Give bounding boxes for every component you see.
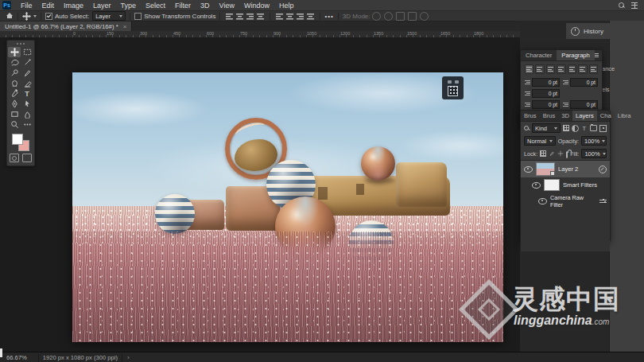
menu-select[interactable]: Select [141, 2, 170, 10]
layers-dock-tab-brus[interactable]: Brus [521, 111, 540, 121]
lock-transparency-icon[interactable] [540, 150, 546, 158]
brush-tool[interactable] [21, 68, 33, 78]
layer-name[interactable]: Layer 2 [558, 165, 578, 173]
marquee-tool[interactable] [21, 47, 33, 57]
collapsed-panel-label-fragment[interactable]: ance [602, 65, 615, 72]
move-tool-icon[interactable] [22, 12, 31, 21]
history-panel-button[interactable]: History [566, 23, 644, 39]
first-line-indent-field[interactable]: 0 pt [532, 89, 560, 98]
filter-blending-options-icon[interactable] [599, 199, 607, 204]
smart-filter-indicator-icon[interactable] [599, 165, 607, 173]
panel-grip[interactable] [16, 43, 25, 45]
eraser-tool[interactable] [21, 78, 33, 88]
tool-preset-caret-icon[interactable] [33, 15, 37, 18]
lock-all-icon[interactable] [566, 151, 568, 158]
layers-dock-tab-cha[interactable]: Cha [597, 111, 615, 121]
lasso-tool[interactable] [8, 57, 21, 68]
menu-3d[interactable]: 3D [196, 2, 215, 10]
blend-mode-dropdown[interactable]: Normal [524, 136, 556, 146]
filter-kind-dropdown[interactable]: Kind [532, 123, 561, 133]
layers-dock-tab-libra[interactable]: Libra [615, 111, 634, 121]
filter-smart-objects-icon[interactable] [599, 125, 607, 132]
auto-select-dropdown[interactable]: Layer [92, 11, 126, 21]
magic-wand-tool[interactable] [21, 57, 33, 68]
align-center-paragraph-button[interactable] [535, 64, 544, 74]
roll-3d-icon[interactable] [384, 12, 393, 21]
layer-row-layer2[interactable]: Layer 2 [521, 161, 610, 177]
zoom-level-field[interactable]: 66.67% [6, 354, 27, 361]
menu-image[interactable]: Image [59, 2, 88, 10]
move-tool[interactable] [8, 47, 21, 57]
quick-mask-button[interactable] [10, 154, 19, 162]
filter-pixel-layers-icon[interactable] [563, 125, 569, 132]
menu-edit[interactable]: Edit [37, 2, 60, 10]
type-tool[interactable]: T [21, 88, 33, 99]
document-tab[interactable]: Untitled-1 @ 66.7% (Layer 2, RGB/16#) * … [0, 21, 132, 31]
visibility-eye-icon[interactable] [532, 182, 541, 189]
tab-paragraph[interactable]: Paragraph [557, 50, 594, 60]
filter-name[interactable]: Camera Raw Filter [550, 194, 596, 208]
slide-3d-icon[interactable] [408, 12, 417, 21]
pen-tool[interactable] [8, 99, 21, 109]
space-before-field[interactable]: 0 pt [532, 100, 560, 109]
show-transform-checkbox[interactable] [134, 13, 142, 20]
distribute-bottom-icon[interactable] [307, 13, 314, 20]
align-right-paragraph-button[interactable] [546, 64, 555, 74]
camera-raw-filter-row[interactable]: Camera Raw Filter [521, 193, 610, 210]
menu-window[interactable]: Window [239, 2, 274, 10]
menu-layer[interactable]: Layer [88, 2, 116, 10]
panel-menu-icon[interactable] [595, 53, 599, 57]
opacity-dropdown[interactable]: 100% [581, 136, 607, 146]
filter-adjustment-layers-icon[interactable] [572, 125, 579, 132]
smart-filters-row[interactable]: Smart Filters [521, 177, 610, 193]
menu-type[interactable]: Type [116, 2, 142, 10]
tab-character[interactable]: Character [521, 50, 557, 60]
justify-last-left-button[interactable] [557, 64, 565, 74]
shape-tool[interactable] [8, 109, 21, 119]
menu-file[interactable]: File [16, 2, 37, 10]
filter-group-layers-icon[interactable] [590, 125, 597, 132]
more-options-icon[interactable]: ••• [324, 13, 333, 20]
indent-left-field[interactable]: 0 pt [532, 78, 560, 87]
path-select-tool[interactable] [21, 99, 33, 109]
lock-pixels-icon[interactable] [549, 150, 555, 158]
distribute-left-icon[interactable] [276, 13, 283, 20]
layers-dock-tab-layers[interactable]: Layers [572, 111, 597, 121]
edit-toolbar-button[interactable] [21, 119, 33, 130]
fill-dropdown[interactable]: 100% [581, 149, 607, 158]
clone-stamp-tool[interactable] [8, 78, 21, 88]
status-options-chevron-icon[interactable]: › [127, 354, 130, 361]
zoom-3d-icon[interactable] [420, 12, 429, 21]
indent-right-field[interactable]: 0 pt [570, 78, 598, 87]
visibility-eye-icon[interactable] [538, 198, 547, 204]
layers-dock-tab-brus[interactable]: Brus [540, 111, 559, 121]
justify-last-right-button[interactable] [578, 64, 587, 74]
space-after-field[interactable]: 0 pt [570, 100, 598, 109]
quick-selection-tool[interactable] [8, 68, 21, 78]
pan-3d-icon[interactable] [396, 12, 405, 21]
foreground-color-swatch[interactable] [12, 134, 23, 145]
menu-filter[interactable]: Filter [170, 2, 196, 10]
align-center-h-icon[interactable] [236, 13, 243, 20]
zoom-tool[interactable] [8, 119, 21, 130]
smudge-tool[interactable] [21, 109, 33, 119]
align-left-icon[interactable] [226, 13, 233, 20]
eyedropper-tool[interactable] [8, 88, 21, 99]
screen-mode-button[interactable] [22, 154, 32, 162]
align-left-paragraph-button[interactable] [525, 64, 533, 74]
menu-help[interactable]: Help [274, 2, 299, 10]
menu-view[interactable]: View [215, 2, 239, 10]
align-top-icon[interactable] [257, 13, 264, 20]
distribute-center-icon[interactable] [286, 13, 293, 20]
lock-position-icon[interactable] [557, 150, 564, 158]
visibility-eye-icon[interactable] [524, 166, 533, 173]
workspace-switcher-icon[interactable] [631, 2, 638, 9]
filter-mask-thumbnail[interactable] [544, 179, 560, 191]
justify-all-button[interactable] [589, 64, 598, 74]
layer-thumbnail[interactable] [536, 162, 555, 176]
home-icon[interactable] [6, 13, 14, 19]
justify-last-center-button[interactable] [568, 64, 576, 74]
distribute-right-icon[interactable] [297, 13, 304, 20]
orbit-3d-icon[interactable] [372, 12, 381, 21]
filter-type-layers-icon[interactable]: T [581, 125, 588, 132]
